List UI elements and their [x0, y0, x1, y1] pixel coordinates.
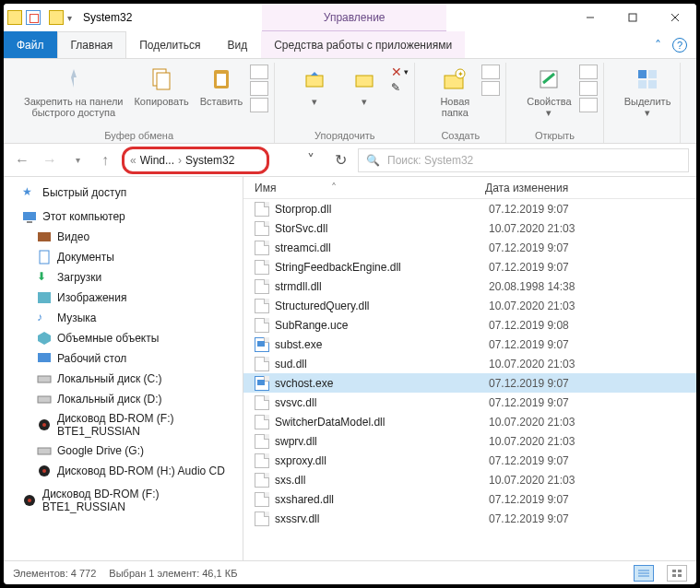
tab-view[interactable]: Вид — [214, 31, 261, 58]
file-name: sxshared.dll — [275, 493, 489, 506]
file-name: svchost.exe — [275, 377, 489, 390]
group-open-label: Открыть — [535, 128, 575, 143]
svg-rect-20 — [38, 232, 51, 241]
copy-button[interactable]: Копировать — [130, 63, 192, 109]
navigation-pane[interactable]: ★Быстрый доступ Этот компьютер Видео Док… — [4, 177, 243, 560]
move-to-button[interactable]: ▾ — [291, 63, 338, 109]
file-row[interactable]: sxproxy.dll07.12.2019 9:07 — [243, 451, 696, 470]
paste-options[interactable] — [250, 63, 268, 112]
nav-quick-access[interactable]: ★Быстрый доступ — [4, 182, 243, 203]
tab-share[interactable]: Поделиться — [126, 31, 214, 58]
nav-video[interactable]: Видео — [4, 227, 243, 247]
column-name[interactable]: Имя — [255, 182, 276, 194]
maximize-button[interactable] — [611, 4, 654, 31]
refresh-button[interactable]: ↻ — [328, 148, 352, 172]
nav-pictures[interactable]: Изображения — [4, 288, 243, 308]
file-row[interactable]: sxs.dll10.07.2020 21:03 — [243, 470, 696, 489]
properties-button[interactable]: Свойства▾ — [523, 63, 575, 120]
file-row[interactable]: streamci.dll07.12.2019 9:07 — [243, 238, 696, 257]
status-count: 4 772 — [71, 568, 97, 579]
file-row[interactable]: sud.dll10.07.2020 21:03 — [243, 354, 696, 373]
file-name: sxssrv.dll — [275, 512, 489, 525]
file-row[interactable]: StructuredQuery.dll10.07.2020 21:03 — [243, 296, 696, 315]
file-row[interactable]: StorSvc.dll10.07.2020 21:03 — [243, 218, 696, 238]
address-bar[interactable]: « Wind... › System32 — [122, 147, 269, 174]
file-row[interactable]: SwitcherDataModel.dll10.07.2020 21:03 — [243, 412, 696, 431]
nav-drive-d[interactable]: Локальный диск (D:) — [4, 389, 243, 409]
copy-to-button[interactable]: ▾ — [341, 63, 387, 109]
file-name: swprv.dll — [275, 435, 489, 448]
file-row[interactable]: sxshared.dll07.12.2019 9:07 — [243, 489, 696, 509]
view-details-button[interactable] — [634, 565, 654, 582]
file-row[interactable]: svsvc.dll07.12.2019 9:07 — [243, 393, 696, 412]
nav-drive-c[interactable]: Локальный диск (C:) — [4, 369, 243, 389]
nav-bdrom-h[interactable]: Дисковод BD-ROM (H:) Audio CD — [4, 461, 243, 481]
new-folder-button[interactable]: ✦ Новая папка — [432, 63, 478, 120]
breadcrumb-segment[interactable]: Wind... — [140, 154, 174, 167]
search-icon: 🔍 — [366, 154, 380, 167]
file-row[interactable]: SubRange.uce07.12.2019 9:08 — [243, 315, 696, 335]
file-icon — [255, 395, 269, 410]
folder-icon — [7, 10, 22, 25]
file-row[interactable]: svchost.exe07.12.2019 9:07 — [243, 373, 696, 393]
status-bar: Элементов: 4 772 Выбран 1 элемент: 46,1 … — [4, 560, 696, 584]
qat-dropdown-icon[interactable]: ▾ — [67, 13, 72, 23]
new-item-options[interactable] — [481, 63, 500, 96]
tab-home[interactable]: Главная — [57, 31, 127, 58]
back-button[interactable]: ← — [11, 149, 33, 171]
open-options[interactable] — [579, 63, 598, 112]
close-button[interactable] — [654, 4, 696, 31]
column-headers[interactable]: Имя˄ Дата изменения — [243, 177, 696, 199]
ribbon-tabs: Файл Главная Поделиться Вид Средства раб… — [4, 31, 696, 59]
file-menu[interactable]: Файл — [4, 31, 57, 58]
rename-icon[interactable]: ✎ — [391, 81, 400, 94]
file-row[interactable]: StringFeedbackEngine.dll07.12.2019 9:07 — [243, 257, 696, 276]
up-button[interactable]: ↑ — [94, 149, 116, 171]
nav-documents[interactable]: Документы — [4, 247, 243, 267]
nav-gdrive[interactable]: Google Drive (G:) — [4, 441, 243, 461]
file-list-pane: Имя˄ Дата изменения Storprop.dll07.12.20… — [243, 177, 696, 560]
svg-rect-37 — [678, 570, 682, 572]
help-icon[interactable]: ? — [672, 38, 687, 53]
pin-button[interactable]: Закрепить на панели быстрого доступа — [20, 63, 126, 120]
nav-downloads[interactable]: ⬇Загрузки — [4, 267, 243, 288]
file-row[interactable]: subst.exe07.12.2019 9:07 — [243, 335, 696, 354]
ribbon-collapse-icon[interactable]: ˄ — [655, 38, 661, 53]
file-row[interactable]: strmdll.dll20.08.1998 14:38 — [243, 276, 696, 296]
qat-item[interactable] — [26, 10, 41, 25]
sort-indicator-icon: ˄ — [331, 182, 337, 194]
file-row[interactable]: swprv.dll10.07.2020 21:03 — [243, 431, 696, 451]
tab-apptools[interactable]: Средства работы с приложениями — [261, 31, 465, 58]
svg-rect-25 — [38, 396, 51, 403]
search-input[interactable]: 🔍 Поиск: System32 — [358, 148, 689, 172]
nav-desktop[interactable]: Рабочий стол — [4, 348, 243, 369]
nav-bdrom-f[interactable]: Дисковод BD-ROM (F:) BTE1_RUSSIAN — [4, 409, 243, 441]
file-row[interactable]: sxssrv.dll07.12.2019 9:07 — [243, 509, 696, 528]
delete-icon[interactable]: ✕ — [391, 65, 402, 79]
file-date: 10.07.2020 21:03 — [489, 222, 696, 235]
svg-point-32 — [28, 499, 31, 502]
column-modified[interactable]: Дата изменения — [474, 182, 696, 194]
svg-point-30 — [42, 469, 46, 473]
file-list[interactable]: Storprop.dll07.12.2019 9:07StorSvc.dll10… — [243, 199, 696, 560]
recent-dropdown[interactable]: ▾ — [66, 149, 89, 171]
explorer-window: ▾ System32 Управление Файл Главная Подел… — [0, 0, 700, 588]
minimize-button[interactable] — [569, 4, 611, 31]
svg-text:✦: ✦ — [457, 70, 464, 78]
file-date: 07.12.2019 9:07 — [489, 261, 696, 274]
nav-this-pc[interactable]: Этот компьютер — [4, 206, 243, 227]
paste-button[interactable]: Вставить — [196, 63, 247, 109]
nav-3d-objects[interactable]: Объемные объекты — [4, 328, 243, 348]
select-button[interactable]: Выделить▾ — [621, 63, 675, 120]
file-name: SubRange.uce — [275, 319, 489, 332]
file-date: 07.12.2019 9:07 — [489, 203, 696, 216]
address-dropdown[interactable]: ˅ — [299, 148, 323, 172]
file-name: StructuredQuery.dll — [275, 300, 489, 312]
breadcrumb-segment[interactable]: System32 — [185, 154, 234, 167]
nav-music[interactable]: ♪Музыка — [4, 308, 243, 328]
group-clipboard-label: Буфер обмена — [104, 128, 173, 143]
view-icons-button[interactable] — [667, 565, 687, 582]
file-row[interactable]: Storprop.dll07.12.2019 9:07 — [243, 199, 696, 218]
nav-bdrom-f2[interactable]: Дисковод BD-ROM (F:) BTE1_RUSSIAN — [4, 485, 243, 516]
forward-button[interactable]: → — [39, 149, 61, 171]
